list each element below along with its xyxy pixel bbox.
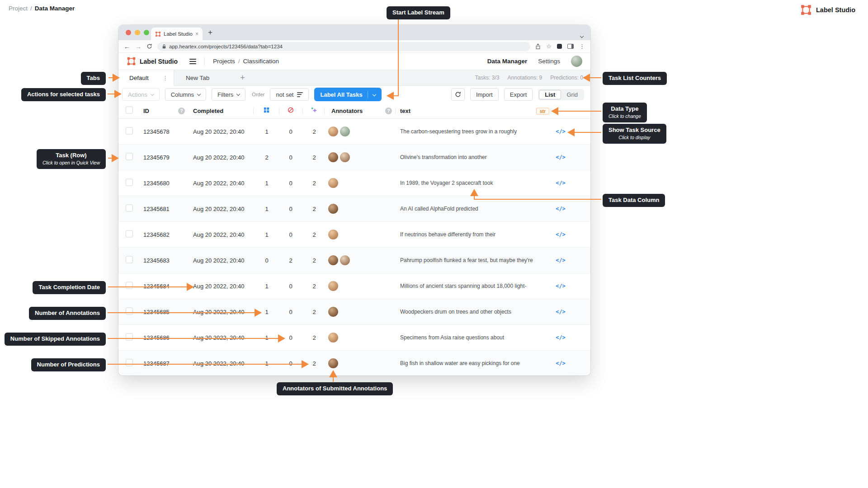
breadcrumb-project[interactable]: Project bbox=[9, 5, 28, 12]
task-row[interactable]: 12345687 Aug 20 2022, 20:40 1 0 2 Big fi… bbox=[118, 351, 590, 375]
minimize-window-button[interactable] bbox=[135, 30, 140, 35]
data-type-badge[interactable]: str bbox=[536, 108, 549, 114]
show-source-icon[interactable]: </> bbox=[552, 128, 569, 135]
import-button[interactable]: Import bbox=[470, 88, 499, 101]
task-text: Olivine's transformation into another bbox=[400, 154, 549, 160]
callout-number-of-annotations: Number of Annotations bbox=[29, 307, 106, 320]
row-checkbox[interactable] bbox=[126, 282, 133, 291]
breadcrumb: Project / Data Manager bbox=[9, 5, 75, 12]
close-window-button[interactable] bbox=[126, 30, 131, 35]
col-annotators[interactable]: Annotators bbox=[331, 108, 363, 114]
browser-menu-icon[interactable]: ⋮ bbox=[579, 43, 585, 50]
row-checkbox[interactable] bbox=[126, 127, 133, 136]
task-row[interactable]: 12345682 Aug 20 2022, 20:40 1 0 2 If neu… bbox=[118, 222, 590, 248]
filters-button[interactable]: Filters bbox=[212, 88, 245, 101]
annotations-count: 1 bbox=[258, 309, 276, 315]
columns-button[interactable]: Columns bbox=[165, 88, 206, 101]
row-checkbox[interactable] bbox=[126, 153, 133, 162]
reload-button[interactable] bbox=[146, 43, 152, 49]
annotations-count-icon[interactable] bbox=[264, 107, 269, 114]
refresh-button[interactable] bbox=[451, 88, 465, 101]
hamburger-menu-icon[interactable] bbox=[189, 59, 196, 64]
add-tab-button[interactable]: + bbox=[240, 73, 245, 83]
task-row[interactable]: 12345683 Aug 20 2022, 20:40 0 2 2 Pahrum… bbox=[118, 248, 590, 273]
annotator-avatar bbox=[327, 280, 339, 292]
show-source-icon[interactable]: </> bbox=[552, 206, 569, 212]
callout-task-list-counters: Task List Counters bbox=[603, 72, 667, 85]
nav-settings[interactable]: Settings bbox=[538, 58, 560, 65]
address-bar[interactable]: app.heartex.com/projects/123456/data?tab… bbox=[157, 42, 530, 51]
forward-button[interactable]: → bbox=[135, 43, 142, 50]
side-panel-icon[interactable] bbox=[567, 44, 574, 49]
show-source-icon[interactable]: </> bbox=[552, 334, 569, 341]
chevron-down-icon bbox=[197, 92, 201, 95]
annotations-count: 1 bbox=[258, 334, 276, 341]
row-checkbox[interactable] bbox=[126, 333, 133, 342]
skipped-count: 0 bbox=[282, 283, 300, 290]
help-icon[interactable]: ? bbox=[178, 107, 185, 114]
show-source-icon[interactable]: </> bbox=[552, 360, 569, 366]
zoom-window-button[interactable] bbox=[144, 30, 149, 35]
order-select[interactable]: not set bbox=[270, 88, 309, 101]
tab-default[interactable]: Default ⋮ bbox=[118, 70, 174, 86]
show-source-icon[interactable]: </> bbox=[552, 257, 569, 263]
annotations-count: 1 bbox=[258, 206, 276, 212]
show-source-icon[interactable]: </> bbox=[552, 180, 569, 186]
header-divider bbox=[204, 57, 205, 66]
col-id[interactable]: ID bbox=[143, 108, 149, 114]
annotator-avatar bbox=[339, 254, 351, 266]
help-icon[interactable]: ? bbox=[385, 107, 392, 114]
view-list-button[interactable]: List bbox=[539, 90, 561, 99]
show-source-icon[interactable]: </> bbox=[552, 309, 569, 315]
row-checkbox[interactable] bbox=[126, 256, 133, 265]
task-row[interactable]: 12345686 Aug 20 2022, 20:40 1 0 2 Specim… bbox=[118, 325, 590, 351]
tab-search-chevron-icon[interactable] bbox=[580, 31, 583, 39]
predictions-icon[interactable] bbox=[311, 107, 317, 115]
browser-tab[interactable]: Label Studio × bbox=[151, 28, 203, 40]
app-logo-icon[interactable] bbox=[127, 56, 136, 66]
extension-icon[interactable] bbox=[557, 44, 562, 49]
show-source-icon[interactable]: </> bbox=[552, 154, 569, 160]
back-button[interactable]: ← bbox=[124, 43, 130, 50]
chevron-down-icon[interactable] bbox=[372, 93, 376, 96]
share-icon[interactable] bbox=[535, 43, 541, 50]
tab-menu-icon[interactable]: ⋮ bbox=[162, 75, 168, 81]
task-text: Woodpeckers drum on trees and other obje… bbox=[400, 309, 549, 315]
tab-new-tab[interactable]: New Tab bbox=[174, 70, 221, 85]
annotator-avatars bbox=[327, 126, 351, 137]
row-checkbox[interactable] bbox=[126, 179, 133, 188]
new-tab-button[interactable]: + bbox=[208, 28, 212, 37]
show-source-icon[interactable]: </> bbox=[552, 231, 569, 238]
skipped-count: 0 bbox=[282, 334, 300, 341]
task-row[interactable]: 12345678 Aug 20 2022, 20:40 1 0 2 The ca… bbox=[118, 119, 590, 145]
nav-data-manager[interactable]: Data Manager bbox=[487, 58, 528, 65]
user-avatar[interactable] bbox=[571, 56, 582, 67]
label-all-tasks-button[interactable]: Label All Tasks bbox=[314, 88, 381, 101]
row-checkbox[interactable] bbox=[126, 308, 133, 316]
task-row[interactable]: 12345680 Aug 20 2022, 20:40 1 0 2 In 198… bbox=[118, 170, 590, 196]
row-checkbox[interactable] bbox=[126, 205, 133, 213]
col-text[interactable]: text bbox=[400, 108, 410, 114]
view-grid-button[interactable]: Grid bbox=[561, 90, 583, 99]
annotator-avatar bbox=[327, 126, 339, 137]
task-row[interactable]: 12345684 Aug 20 2022, 20:40 1 0 2 Millio… bbox=[118, 273, 590, 299]
nav-projects[interactable]: Projects bbox=[213, 58, 235, 65]
task-id: 12345681 bbox=[143, 206, 170, 212]
export-button[interactable]: Export bbox=[504, 88, 533, 101]
bookmark-star-icon[interactable]: ☆ bbox=[546, 43, 552, 50]
annotations-count: 2 bbox=[258, 154, 276, 161]
annotator-avatars bbox=[327, 280, 339, 292]
task-row[interactable]: 12345685 Aug 20 2022, 20:40 1 0 2 Woodpe… bbox=[118, 299, 590, 325]
show-source-icon[interactable]: </> bbox=[552, 283, 569, 289]
task-row[interactable]: 12345679 Aug 20 2022, 20:40 2 0 2 Olivin… bbox=[118, 145, 590, 170]
select-all-checkbox[interactable] bbox=[126, 107, 133, 115]
actions-button[interactable]: Actions bbox=[122, 88, 160, 101]
lock-icon bbox=[162, 44, 166, 49]
row-checkbox[interactable] bbox=[126, 359, 133, 368]
task-row[interactable]: 12345681 Aug 20 2022, 20:40 1 0 2 An AI … bbox=[118, 196, 590, 222]
skipped-annotations-icon[interactable] bbox=[288, 107, 294, 115]
col-completed[interactable]: Completed bbox=[193, 108, 223, 114]
close-tab-icon[interactable]: × bbox=[195, 31, 198, 37]
row-checkbox[interactable] bbox=[126, 230, 133, 239]
import-label: Import bbox=[476, 91, 493, 98]
